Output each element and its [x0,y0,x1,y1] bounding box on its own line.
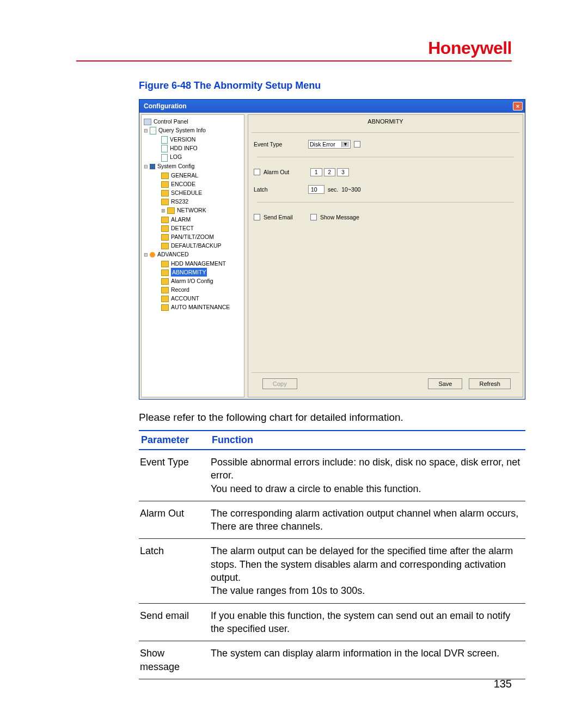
save-button[interactable]: Save [428,378,462,389]
chevron-down-icon[interactable]: ▼ [341,142,349,147]
table-row: Show message The system can display alar… [139,641,525,679]
tree-automaint[interactable]: AUTO MAINTENANCE [142,303,244,311]
figure-caption: Figure 6-48 The Abnormity Setup Menu [139,80,512,91]
event-enable-checkbox[interactable] [354,141,360,148]
intro-text: Please refer to the following chart for … [139,412,512,423]
event-type-label: Event Type [254,141,308,148]
show-message-checkbox[interactable] [310,214,317,220]
tree-abnormity[interactable]: ABNORMITY [142,268,244,277]
func-cell: Possible abnormal errors include: no dis… [210,450,525,501]
alarm-out-1[interactable]: 1 [310,168,322,176]
tree-hddinfo[interactable]: HDD INFO [142,144,244,152]
param-cell: Show message [139,641,210,679]
screenshot-window: Configuration × Control Panel Query Syst… [139,99,525,400]
row-email-msg: Send Email Show Message [254,210,517,224]
tree-rs232[interactable]: RS232 [142,197,244,206]
close-icon[interactable]: × [513,102,523,111]
tree-ptz[interactable]: PAN/TILT/ZOOM [142,232,244,241]
latch-input[interactable]: 10 [308,185,324,194]
tree-record[interactable]: Record [142,285,244,294]
tree-hddmgmt[interactable]: HDD MANAGEMENT [142,259,244,268]
parameter-table: Parameter Function Event Type Possible a… [139,430,525,679]
send-email-label: Send Email [264,214,310,220]
tree-account[interactable]: ACCOUNT [142,294,244,303]
tree-default[interactable]: DEFAULT/BACKUP [142,241,244,250]
tree-advanced[interactable]: ADVANCED [142,250,244,259]
th-parameter: Parameter [139,431,210,450]
tree-schedule[interactable]: SCHEDULE [142,188,244,197]
divider [257,202,514,202]
brand-logo: Honeywell [76,38,512,62]
send-email-checkbox[interactable] [254,214,260,220]
tree-log[interactable]: LOG [142,152,244,161]
refresh-button[interactable]: Refresh [469,378,511,389]
window-title: Configuration [144,102,187,110]
latch-unit: sec. [328,186,338,193]
param-cell: Event Type [139,450,210,501]
abnormity-form: Event Type Disk Error ▼ Alarm Out 1 [248,133,523,372]
tree-control-panel[interactable]: Control Panel [142,117,244,126]
table-row: Latch The alarm output can be delayed fo… [139,539,525,603]
divider [257,157,514,157]
panel-title: ABNORMITY [252,115,519,133]
param-cell: Latch [139,539,210,603]
latch-label: Latch [254,186,308,193]
tree-alarm[interactable]: ALARM [142,215,244,224]
tree-version[interactable]: VERSION [142,135,244,144]
alarm-out-label: Alarm Out [264,169,310,175]
table-row: Alarm Out The corresponding alarm activa… [139,501,525,539]
func-cell: The alarm output can be delayed for the … [210,539,525,603]
alarm-out-checkbox[interactable] [254,169,260,175]
param-cell: Alarm Out [139,501,210,539]
th-function: Function [210,431,525,450]
tree-detect[interactable]: DETECT [142,224,244,232]
panel-footer: Copy Save Refresh [252,372,519,397]
row-alarm-out: Alarm Out 1 2 3 [254,165,517,179]
func-cell: If you enable this function, the system … [210,603,525,641]
row-latch: Latch 10 sec. 10~300 [254,182,517,197]
tree-encode[interactable]: ENCODE [142,180,244,188]
show-message-label: Show Message [320,214,359,220]
tree-sysconfig[interactable]: System Config [142,162,244,171]
tree-query[interactable]: Query System Info [142,126,244,135]
event-type-select[interactable]: Disk Error ▼ [308,140,351,149]
table-row: Event Type Possible abnormal errors incl… [139,450,525,501]
config-tree[interactable]: Control Panel Query System Info VERSION … [141,114,244,397]
document-page: Honeywell Figure 6-48 The Abnormity Setu… [0,0,588,701]
alarm-out-3[interactable]: 3 [337,168,349,176]
table-row: Send email If you enable this function, … [139,603,525,641]
func-cell: The system can display alarm information… [210,641,525,679]
latch-range: 10~300 [341,186,360,193]
row-event-type: Event Type Disk Error ▼ [254,137,517,151]
copy-button[interactable]: Copy [262,378,297,389]
tree-general[interactable]: GENERAL [142,171,244,180]
tree-network[interactable]: NETWORK [142,206,244,215]
func-cell: The corresponding alarm activation outpu… [210,501,525,539]
param-cell: Send email [139,603,210,641]
tree-alarmio[interactable]: Alarm I/O Config [142,277,244,285]
window-titlebar: Configuration × [139,100,525,113]
alarm-out-2[interactable]: 2 [324,168,336,176]
page-number: 135 [494,678,512,690]
